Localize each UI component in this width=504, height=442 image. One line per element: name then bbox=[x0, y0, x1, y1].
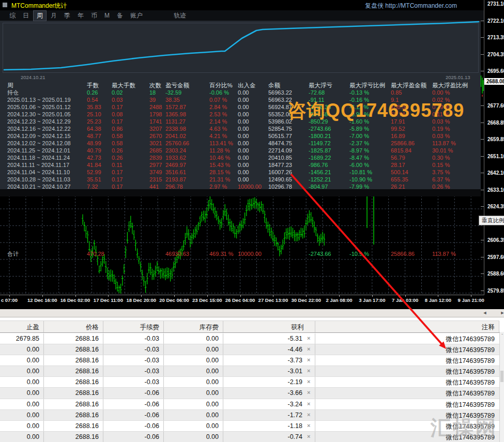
stats-row-open-positions[interactable]: 持仓0.260.0218-32.59-0.06 %0.0056963.22-72… bbox=[0, 89, 481, 96]
trades-header-4[interactable]: 获利 bbox=[223, 323, 304, 332]
stats-cell: 0.00 bbox=[238, 132, 268, 140]
trades-section: ◄ ► 止盈价格手续费库存费获利注释 2679.852688.16-0.030.… bbox=[0, 309, 504, 442]
menu-item-综[interactable]: 综 bbox=[6, 11, 19, 21]
trades-column-divider bbox=[103, 344, 103, 355]
time-axis[interactable]: c 07:0012 Dec 16:0016 Dec 02:0017 Dec 11… bbox=[0, 295, 504, 309]
trade-row[interactable]: 0.002688.16-0.060.00-3.66×微信1746395789 bbox=[0, 388, 499, 399]
close-trade-icon[interactable]: × bbox=[307, 335, 310, 341]
trades-column-divider bbox=[163, 399, 164, 410]
trades-header-5[interactable]: 注释 bbox=[315, 323, 495, 332]
time-axis-label: 20 Dec 06:00 bbox=[159, 297, 189, 303]
stats-cell: -804.97 bbox=[309, 183, 349, 190]
trades-column-divider bbox=[223, 344, 223, 355]
stats-cell: 2977 bbox=[149, 161, 165, 169]
stats-cell: 1365.98 bbox=[165, 111, 209, 118]
stats-cell: 0.86 bbox=[112, 125, 149, 132]
menu-item-轨迹[interactable]: 轨迹 bbox=[171, 11, 189, 21]
stats-header-cell: 最大浮盈比例 bbox=[432, 82, 481, 89]
trade-row[interactable]: 0.002688.16-0.030.00-3.73×微信1746395789 bbox=[0, 355, 499, 366]
stats-period: 2025.01.13 ~ 2025.01.19 bbox=[7, 96, 87, 103]
menu-item-备[interactable]: 备 bbox=[114, 11, 126, 21]
stats-row-week[interactable]: 2024.12.02 ~ 2024.12.0848.990.5830212576… bbox=[0, 140, 481, 147]
stats-row-week[interactable]: 2024.10.21 ~ 2024.10.277.320.17441296.78… bbox=[0, 183, 481, 190]
stats-cell: 2488 bbox=[149, 103, 165, 111]
trade-row[interactable]: 0.002688.16-0.060.00-0.74×微信1746395789 bbox=[0, 432, 499, 442]
menu-item-周[interactable]: 周 bbox=[33, 10, 47, 21]
trade-cell-tp: 0.00 bbox=[0, 411, 39, 419]
stats-cell: 28.15 % bbox=[209, 169, 238, 176]
menu-item-币[interactable]: 币 bbox=[88, 11, 100, 21]
candlestick-chart[interactable] bbox=[0, 195, 484, 295]
close-trade-icon[interactable]: × bbox=[307, 433, 310, 439]
stats-row-week[interactable]: 2024.10.28 ~ 2024.11.0335.510.1723152193… bbox=[0, 176, 481, 183]
scrollbar-thumb[interactable] bbox=[500, 371, 503, 382]
stats-cell: 3021 bbox=[149, 140, 165, 147]
time-axis-label: 3 Jan 17:00 bbox=[359, 297, 385, 303]
trades-column-divider bbox=[43, 344, 44, 355]
menu-item-年[interactable]: 年 bbox=[74, 11, 87, 21]
time-axis-label: 8 Jan 12:00 bbox=[425, 297, 451, 303]
trade-cell-profit: -0.74 bbox=[223, 433, 302, 440]
menu-item-M[interactable]: M bbox=[101, 11, 113, 20]
stats-cell: 7.32 bbox=[87, 183, 112, 190]
trade-row[interactable]: 0.002688.16-0.060.00-3.24×微信1746395789 bbox=[0, 399, 499, 410]
close-trade-icon[interactable]: × bbox=[307, 346, 310, 352]
trades-header-0[interactable]: 止盈 bbox=[0, 323, 39, 332]
trade-row[interactable]: 2679.852688.16-0.030.00-5.31×微信174639578… bbox=[0, 333, 499, 344]
stats-row-week[interactable]: 2024.12.16 ~ 2024.12.2264.380.8632072338… bbox=[0, 125, 481, 132]
stats-row-week[interactable]: 2024.11.11 ~ 2024.11.1741.840.1129772469… bbox=[0, 161, 481, 169]
horizontal-scrollbar[interactable]: ◄ ► bbox=[0, 309, 504, 317]
menu-item-季[interactable]: 季 bbox=[61, 11, 73, 21]
stats-cell: 0.00 bbox=[238, 161, 268, 169]
price-axis[interactable]: 2731.102722.102713.352704.352695.602677.… bbox=[484, 0, 504, 295]
time-axis-tick bbox=[273, 295, 273, 297]
stats-cell: 1572.87 bbox=[165, 103, 209, 111]
menu-item-日[interactable]: 日 bbox=[20, 11, 32, 21]
trade-row[interactable]: 0.002688.16-0.060.00-1.72×微信1746395789 bbox=[0, 410, 499, 421]
stats-row-week[interactable]: 2024.11.18 ~ 2024.11.2442.730.2628391933… bbox=[0, 154, 481, 161]
stats-cell: 48.77 bbox=[87, 132, 112, 140]
trades-table-header[interactable]: 止盈价格手续费库存费获利注释 bbox=[0, 321, 499, 333]
vertical-scrollbar[interactable]: ˆ bbox=[499, 332, 504, 442]
stats-cell: 41.84 bbox=[87, 161, 112, 169]
close-trade-icon[interactable]: × bbox=[307, 422, 310, 429]
trades-header-1[interactable]: 价格 bbox=[44, 323, 99, 332]
close-trade-icon[interactable]: × bbox=[307, 357, 310, 363]
trades-header-3[interactable]: 库存费 bbox=[164, 323, 219, 332]
price-axis-tick bbox=[481, 105, 484, 106]
trade-row[interactable]: 0.002688.16-0.060.00-1.18×微信1746395789 bbox=[0, 421, 499, 432]
menu-item-账户[interactable]: 账户 bbox=[127, 11, 146, 21]
close-trade-icon[interactable]: × bbox=[307, 368, 310, 374]
price-axis-tick bbox=[481, 173, 484, 173]
stats-cell: 18477.23 bbox=[268, 161, 309, 169]
close-trade-icon[interactable]: × bbox=[307, 401, 310, 407]
trade-cell-profit: -3.66 bbox=[223, 389, 302, 397]
stats-cell: 25.10 bbox=[87, 111, 112, 118]
trade-row[interactable]: 0.002688.16-0.030.00-4.46×微信1746395789 bbox=[0, 344, 499, 355]
stats-period: 2024.12.23 ~ 2024.12.29 bbox=[7, 118, 87, 125]
stats-row-week[interactable]: 2024.11.25 ~ 2024.12.0140.790.2626852303… bbox=[0, 147, 481, 154]
menu-item-月[interactable]: 月 bbox=[48, 11, 60, 21]
trade-row[interactable]: 0.002688.16-0.030.00-2.19×微信1746395789 bbox=[0, 377, 499, 388]
trades-column-divider bbox=[223, 421, 223, 432]
stats-row-week[interactable]: 2024.12.09 ~ 2024.12.1548.770.5826702041… bbox=[0, 132, 481, 140]
stats-cell: 1933.62 bbox=[165, 154, 209, 161]
scroll-left-button[interactable]: ◄ bbox=[481, 310, 488, 316]
close-trade-icon[interactable]: × bbox=[307, 411, 310, 418]
trade-note: 微信1746395789 bbox=[315, 357, 495, 365]
trade-cell-commission: -0.06 bbox=[103, 422, 159, 430]
stats-cell: 3749 bbox=[149, 169, 165, 176]
trades-column-divider bbox=[223, 410, 223, 421]
scroll-up-button[interactable]: ˆ bbox=[500, 333, 504, 339]
stats-cell: 0.00 bbox=[238, 125, 268, 132]
close-trade-icon[interactable]: × bbox=[307, 378, 310, 385]
close-trade-icon[interactable]: × bbox=[307, 389, 310, 395]
stats-cell: 3.75 % bbox=[432, 169, 481, 176]
stats-row-total[interactable]: 合计470.2846930.63469.31 %10000.00-2743.66… bbox=[0, 250, 481, 257]
stats-row-week[interactable]: 2024.11.04 ~ 2024.11.1052.990.1737493516… bbox=[0, 169, 481, 176]
trade-row[interactable]: 0.002688.16-0.030.00-3.01×微信1746395789 bbox=[0, 366, 499, 377]
trades-table-rows: 2679.852688.16-0.030.00-5.31×微信174639578… bbox=[0, 333, 499, 442]
stats-cell: 56.79 bbox=[391, 154, 432, 161]
trades-header-2[interactable]: 手续费 bbox=[103, 323, 159, 332]
scroll-right-button[interactable]: ► bbox=[499, 310, 504, 316]
